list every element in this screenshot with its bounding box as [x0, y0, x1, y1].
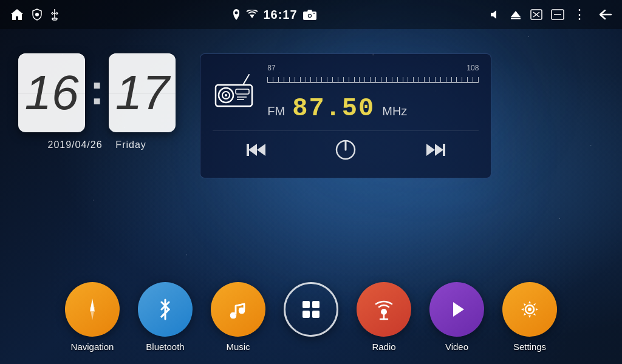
bluetooth-icon[interactable]: [138, 282, 193, 337]
frequency-value: 87.50: [292, 94, 375, 123]
navigation-icon[interactable]: [65, 282, 120, 337]
band-label: FM: [267, 104, 285, 118]
svg-marker-27: [426, 144, 435, 156]
clock-digits: 16 : 17: [18, 53, 176, 132]
app-settings[interactable]: Settings: [502, 282, 557, 352]
app-video[interactable]: Video: [429, 282, 484, 352]
svg-point-1: [235, 12, 238, 15]
status-right-icons: ⋮: [489, 8, 612, 21]
svg-marker-7: [511, 11, 521, 17]
svg-rect-42: [302, 311, 310, 318]
minus-icon[interactable]: [551, 9, 564, 20]
more-icon[interactable]: ⋮: [573, 8, 587, 21]
status-time: 16:17: [263, 8, 297, 22]
radio-controls: [213, 130, 479, 168]
radio-frequency-display: 87 108: [267, 64, 479, 123]
music-icon[interactable]: [211, 282, 265, 337]
svg-line-21: [243, 75, 249, 85]
radio-widget: 87 108: [200, 53, 491, 178]
bluetooth-label: Bluetooth: [146, 342, 184, 352]
svg-rect-41: [312, 301, 320, 308]
svg-point-35: [231, 313, 236, 318]
close-icon[interactable]: [530, 9, 542, 20]
settings-icon[interactable]: [502, 282, 557, 337]
freq-value-row: FM 87.50 MHz: [267, 94, 479, 123]
clock-date: 2019/04/26 Friday: [48, 140, 146, 150]
svg-rect-43: [312, 311, 320, 318]
svg-marker-22: [248, 144, 257, 156]
power-button[interactable]: [327, 136, 364, 168]
app-navigation[interactable]: Navigation: [65, 282, 120, 352]
app-bluetooth[interactable]: Bluetooth: [138, 282, 193, 352]
svg-rect-24: [247, 144, 249, 156]
radio-app-icon[interactable]: [357, 282, 411, 337]
status-bar: 16:17: [0, 0, 622, 29]
status-left-icons: [10, 8, 60, 21]
svg-marker-47: [453, 302, 464, 317]
svg-point-36: [239, 308, 244, 313]
svg-point-49: [528, 308, 531, 311]
clock-hour: 16: [25, 69, 79, 117]
next-button[interactable]: [417, 139, 453, 165]
navigation-label: Navigation: [71, 342, 114, 352]
freq-scale-bar: [267, 82, 479, 83]
clock-hour-card: 16: [18, 53, 85, 132]
svg-rect-18: [236, 89, 249, 94]
shield-icon: [32, 8, 43, 21]
svg-rect-8: [511, 18, 521, 19]
svg-marker-2: [250, 15, 255, 18]
svg-marker-28: [435, 144, 443, 156]
volume-icon[interactable]: [489, 9, 501, 20]
app-dock: Navigation Bluetooth M: [0, 282, 622, 352]
svg-point-17: [225, 94, 227, 96]
main-content: 16 : 17 2019/04/26 Friday: [0, 29, 622, 190]
prev-button[interactable]: [239, 139, 275, 165]
svg-point-6: [313, 13, 315, 14]
app-music[interactable]: Music: [211, 282, 265, 352]
video-icon[interactable]: [429, 282, 484, 337]
back-icon[interactable]: [595, 8, 612, 21]
radio-icon: [213, 73, 255, 114]
app-radio[interactable]: Radio: [357, 282, 411, 352]
location-icon: [231, 8, 241, 21]
svg-rect-29: [443, 144, 445, 156]
freq-scale: [267, 75, 479, 89]
radio-top: 87 108: [213, 64, 479, 123]
status-center: 16:17: [231, 8, 316, 22]
freq-ticks: [267, 77, 479, 82]
wifi-icon: [246, 10, 258, 19]
camera-icon[interactable]: [302, 8, 317, 21]
svg-marker-23: [257, 144, 265, 156]
app-home[interactable]: [284, 282, 338, 352]
svg-rect-40: [302, 301, 310, 308]
radio-label: Radio: [372, 342, 395, 352]
home-icon[interactable]: [10, 8, 24, 21]
home-grid-icon[interactable]: [284, 282, 338, 337]
settings-label: Settings: [513, 342, 546, 352]
usb-icon: [50, 8, 60, 21]
svg-point-0: [35, 13, 39, 16]
eject-icon[interactable]: [510, 9, 522, 20]
freq-scale-labels: 87 108: [267, 64, 479, 72]
svg-line-37: [236, 304, 244, 306]
clock-minute-card: 17: [109, 53, 176, 132]
clock-widget: 16 : 17 2019/04/26 Friday: [18, 53, 176, 150]
unit-label: MHz: [382, 104, 407, 118]
svg-point-33: [91, 308, 94, 311]
clock-colon: :: [90, 66, 104, 114]
clock-minute: 17: [115, 69, 169, 117]
svg-point-5: [309, 15, 311, 17]
music-label: Music: [226, 342, 250, 352]
video-label: Video: [445, 342, 468, 352]
